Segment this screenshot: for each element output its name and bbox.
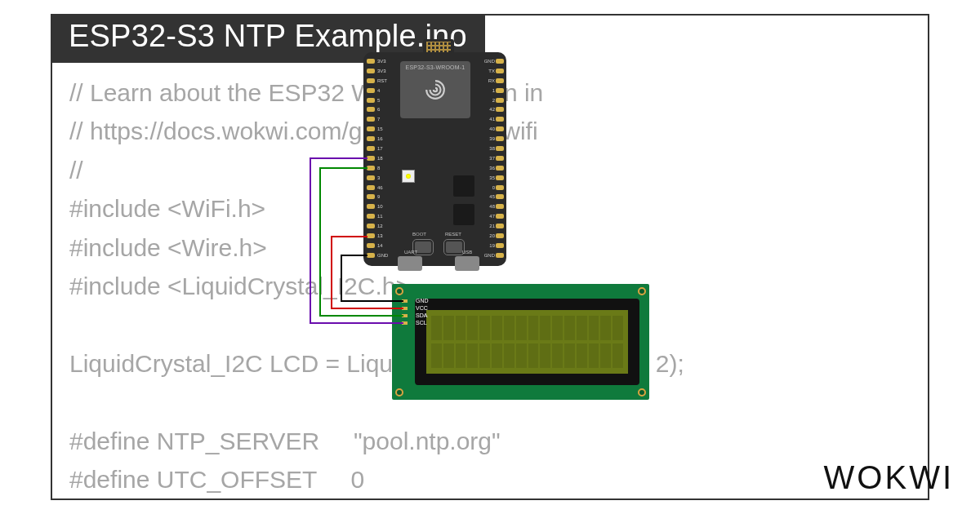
lcd-cell xyxy=(467,316,478,340)
esp32-pin xyxy=(496,69,504,73)
pin-label: 21 xyxy=(483,224,495,228)
lcd-bezel xyxy=(415,299,639,385)
esp32-pin xyxy=(367,59,375,64)
esp32-pin xyxy=(496,156,504,161)
pin-label: RX xyxy=(483,78,495,83)
espressif-logo-icon xyxy=(425,79,446,100)
pin-label: 42 xyxy=(483,107,495,112)
pin-label: 14 xyxy=(377,243,388,248)
pin-label: 35 xyxy=(483,175,495,180)
esp32-pin xyxy=(367,224,375,228)
pin-label: 18 xyxy=(377,156,388,161)
esp32-shield: ESP32-S3-WROOM-1 xyxy=(400,61,470,118)
lcd-cell xyxy=(540,343,550,368)
esp32-pin xyxy=(367,98,375,103)
pin-label: 4 xyxy=(377,88,388,93)
lcd-cell xyxy=(431,343,442,368)
lcd-pin-label: SDA xyxy=(416,312,427,318)
esp32-pin xyxy=(496,107,504,112)
lcd-cell xyxy=(589,343,599,368)
esp32-pin xyxy=(367,253,375,258)
pin-label: 17 xyxy=(377,146,388,151)
esp32-uart-port xyxy=(398,256,422,271)
pin-label: 5 xyxy=(377,98,388,103)
usb-label: USB xyxy=(462,250,472,255)
esp32-left-pin-labels: 3V33V3RST456715161718834691011121314GND xyxy=(377,59,388,258)
lcd-cell xyxy=(504,316,514,340)
esp32-chip-2 xyxy=(453,204,474,225)
lcd-pin-vcc xyxy=(402,307,408,310)
esp32-left-pin-header xyxy=(367,59,375,258)
pin-label: 3V3 xyxy=(377,59,388,64)
lcd-cell xyxy=(504,343,514,368)
pin-label: 20 xyxy=(483,233,495,238)
pin-label: TX xyxy=(483,69,495,73)
wokwi-logo: WOKWI xyxy=(824,459,954,496)
pin-label: 7 xyxy=(377,117,388,122)
esp32-pin xyxy=(367,136,375,141)
esp32-pin xyxy=(367,156,375,161)
pin-label: 41 xyxy=(483,117,495,122)
esp32-pin xyxy=(367,126,375,131)
esp32-pin xyxy=(496,117,504,122)
esp32-pin xyxy=(496,59,504,64)
lcd-cell xyxy=(577,316,587,340)
lcd-mount-hole xyxy=(395,287,403,295)
pin-label: 0 xyxy=(483,185,495,190)
esp32-pin xyxy=(367,204,375,209)
esp32-usb-port xyxy=(455,256,479,271)
esp32-pin xyxy=(496,224,504,228)
lcd-pin-sda xyxy=(402,314,408,317)
lcd-cell xyxy=(492,343,502,368)
esp32-pin xyxy=(367,146,375,151)
pin-label: RST xyxy=(377,78,388,83)
esp32-pin xyxy=(496,78,504,83)
pin-label: 13 xyxy=(377,233,388,238)
lcd-cell xyxy=(589,316,599,340)
esp32-boot-label: BOOT xyxy=(412,232,426,237)
uart-label: UART xyxy=(404,250,417,255)
lcd-screen xyxy=(426,310,628,374)
esp32-pin xyxy=(496,175,504,180)
lcd-mount-hole xyxy=(395,388,403,397)
esp32-pin xyxy=(496,126,504,131)
lcd-cell xyxy=(479,343,490,368)
pin-label: 47 xyxy=(483,214,495,219)
lcd-cell xyxy=(600,343,611,368)
pin-label: 9 xyxy=(377,194,388,199)
esp32-pin xyxy=(496,233,504,238)
esp32-pin xyxy=(496,204,504,209)
esp32-pin xyxy=(367,233,375,238)
lcd-row xyxy=(431,316,623,340)
pin-label: 2 xyxy=(483,98,495,103)
pin-label: 3V3 xyxy=(377,69,388,73)
pin-label: 48 xyxy=(483,204,495,209)
lcd-cell xyxy=(492,316,502,340)
pin-label: 37 xyxy=(483,156,495,161)
lcd-cell xyxy=(516,343,527,368)
lcd-cell xyxy=(456,316,466,340)
lcd-mount-hole xyxy=(638,388,646,397)
pin-label: 46 xyxy=(377,185,388,190)
esp32-pin xyxy=(367,175,375,180)
preview-canvas: ESP32-S3 NTP Example.ino // Learn about … xyxy=(0,0,980,514)
esp32-pin xyxy=(496,194,504,199)
esp32-right-pin-labels: GNDTXRX1242414039383736350454847212019GN… xyxy=(483,59,495,258)
lcd-cell xyxy=(479,316,490,340)
pin-label: 39 xyxy=(483,136,495,141)
pin-label: 19 xyxy=(483,243,495,248)
esp32-reset-button[interactable] xyxy=(446,241,462,253)
lcd-cell xyxy=(540,316,550,340)
lcd-cell xyxy=(528,343,539,368)
lcd-cell xyxy=(443,343,454,368)
lcd-row xyxy=(431,343,623,368)
lcd-cell xyxy=(600,316,611,340)
esp32-reset-label: RESET xyxy=(445,232,461,237)
pin-label: 8 xyxy=(377,166,388,171)
lcd-cell xyxy=(516,316,527,340)
lcd-cell xyxy=(431,316,442,340)
lcd-module[interactable] xyxy=(392,284,649,400)
esp32-pin xyxy=(496,243,504,248)
esp32-pin xyxy=(496,136,504,141)
pin-label: 16 xyxy=(377,136,388,141)
